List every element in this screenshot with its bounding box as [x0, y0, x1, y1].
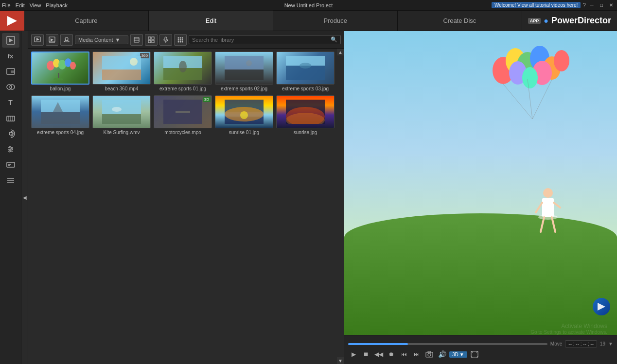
- snapshot-button[interactable]: [424, 349, 435, 359]
- media-type-dropdown[interactable]: Media Content ▼: [75, 35, 128, 44]
- svg-point-17: [9, 150, 11, 152]
- media-thumb-extreme4[interactable]: [31, 95, 89, 128]
- preview-controls: Move -- : -- : -- ; -- 19 ▼ ▶ ⏹ ◀◀ ⏺ ⏮ ⏭…: [344, 335, 617, 364]
- app-name: PowerDirector: [551, 16, 611, 26]
- scroll-down-arrow[interactable]: ▼: [337, 357, 344, 364]
- list-item[interactable]: 360 beach 360.mp4: [92, 52, 151, 91]
- sidebar-item-media[interactable]: [2, 33, 19, 48]
- svg-point-15: [9, 146, 11, 148]
- media-name: extreme sports 04.jpg: [37, 130, 84, 135]
- media-thumb-beach[interactable]: 360: [92, 52, 151, 85]
- sidebar-item-pip[interactable]: [2, 64, 19, 79]
- list-item[interactable]: ballon.jpg: [31, 52, 89, 91]
- sidebar-item-mix[interactable]: [2, 142, 19, 156]
- menu-file[interactable]: File: [2, 2, 11, 8]
- import-button[interactable]: [46, 34, 58, 46]
- media-thumb-moto[interactable]: 3D: [154, 95, 212, 128]
- menu-edit[interactable]: Edit: [16, 2, 25, 8]
- tab-edit[interactable]: Edit: [149, 11, 274, 31]
- list-view-button[interactable]: [130, 34, 143, 46]
- notification-bar[interactable]: Welcome! View all tutorial videos here!: [492, 2, 581, 8]
- menu-playback[interactable]: Playback: [46, 2, 68, 8]
- svg-point-97: [543, 188, 553, 198]
- media-thumb-sunrise2[interactable]: [276, 95, 335, 128]
- next-frame-button[interactable]: ⏭: [411, 349, 422, 359]
- svg-line-102: [541, 217, 544, 232]
- volume-button[interactable]: 🔊: [437, 349, 447, 359]
- list-item[interactable]: sunrise.jpg: [276, 95, 335, 135]
- play-button[interactable]: ▶: [348, 349, 359, 359]
- search-input[interactable]: [192, 37, 329, 43]
- close-button[interactable]: ✕: [607, 1, 615, 9]
- svg-point-39: [178, 37, 179, 38]
- svg-point-60: [179, 61, 187, 72]
- media-thumb-sunrise1[interactable]: [215, 95, 273, 128]
- add-media-button[interactable]: [31, 34, 44, 46]
- playback-time: -- : -- : -- ; --: [565, 340, 597, 347]
- svg-point-72: [112, 107, 122, 112]
- svg-line-100: [536, 203, 542, 212]
- svg-point-66: [300, 63, 311, 69]
- tab-capture[interactable]: Capture: [24, 11, 149, 31]
- sidebar-item-audio[interactable]: [2, 126, 19, 141]
- svg-line-96: [532, 80, 552, 119]
- svg-marker-2: [9, 38, 13, 42]
- extra-view-button[interactable]: [174, 34, 187, 46]
- help-icon[interactable]: ?: [582, 2, 586, 9]
- media-thumb-kite[interactable]: [92, 95, 151, 128]
- media-thumb-extreme2[interactable]: [215, 52, 273, 85]
- prev-frame-button[interactable]: ⏮: [399, 349, 409, 359]
- restore-button[interactable]: □: [598, 1, 605, 9]
- 3d-button[interactable]: 3D ▼: [449, 351, 467, 358]
- sidebar-item-transitions[interactable]: [2, 80, 19, 94]
- minimize-button[interactable]: ─: [588, 1, 596, 9]
- stop-button[interactable]: ⏹: [361, 349, 371, 359]
- fps-dropdown[interactable]: ▼: [608, 341, 613, 347]
- media-thumb-extreme1[interactable]: [154, 52, 212, 85]
- menu-view[interactable]: View: [30, 2, 41, 8]
- list-item[interactable]: extreme sports 03.jpg: [276, 52, 335, 91]
- svg-point-16: [11, 148, 13, 150]
- list-item[interactable]: Kite Surfing.wmv: [92, 95, 151, 135]
- media-name: beach 360.mp4: [105, 86, 139, 91]
- media-thumb-extreme3[interactable]: [276, 52, 335, 85]
- collapse-panel-button[interactable]: ◀: [21, 31, 28, 364]
- list-item[interactable]: 3D motorcycles.mpo: [154, 95, 212, 135]
- move-label: Move: [550, 341, 562, 347]
- grid-view-button[interactable]: [145, 34, 158, 46]
- app-tabs: Capture Edit Produce Create Disc APP ● P…: [0, 11, 617, 31]
- tab-create-disc[interactable]: Create Disc: [398, 11, 522, 31]
- preview-panel: Move -- : -- : -- ; -- 19 ▼ ▶ ⏹ ◀◀ ⏺ ⏮ ⏭…: [344, 31, 617, 364]
- list-item[interactable]: extreme sports 04.jpg: [31, 95, 89, 135]
- sidebar-item-subtitle[interactable]: [2, 157, 19, 172]
- rewind-button[interactable]: ◀◀: [373, 349, 384, 359]
- media-name: extreme sports 02.jpg: [221, 86, 267, 91]
- brand-icon: ●: [544, 17, 548, 25]
- svg-rect-37: [165, 37, 167, 40]
- fullscreen-button[interactable]: [469, 349, 480, 359]
- svg-point-46: [180, 41, 181, 42]
- svg-point-11: [9, 132, 12, 135]
- list-item[interactable]: extreme sports 01.jpg: [154, 52, 212, 91]
- list-item[interactable]: extreme sports 02.jpg: [215, 52, 273, 91]
- media-thumb-ballon[interactable]: [31, 52, 89, 85]
- titlebar: File Edit View Playback New Untitled Pro…: [0, 0, 617, 11]
- tab-produce[interactable]: Produce: [273, 11, 398, 31]
- audio-view-button[interactable]: [159, 34, 172, 46]
- playback-bottom: ▶ ⏹ ◀◀ ⏺ ⏮ ⏭ 🔊 3D ▼: [348, 349, 613, 359]
- sidebar-item-color[interactable]: [2, 111, 19, 125]
- sidebar-item-fx[interactable]: fx: [2, 49, 19, 63]
- svg-point-81: [240, 111, 248, 119]
- svg-point-99: [538, 215, 558, 220]
- scroll-up-arrow[interactable]: ▲: [337, 49, 344, 55]
- download-button[interactable]: [60, 34, 73, 46]
- svg-rect-33: [148, 37, 151, 39]
- svg-point-105: [428, 353, 431, 356]
- sidebar-item-chapter[interactable]: [2, 173, 19, 188]
- playback-slider[interactable]: [348, 343, 547, 345]
- list-item[interactable]: sunrise 01.jpg: [215, 95, 273, 135]
- svg-line-101: [554, 203, 560, 208]
- media-name: extreme sports 01.jpg: [159, 86, 206, 91]
- sidebar-item-text[interactable]: T: [2, 95, 19, 110]
- record-button[interactable]: ⏺: [386, 349, 397, 359]
